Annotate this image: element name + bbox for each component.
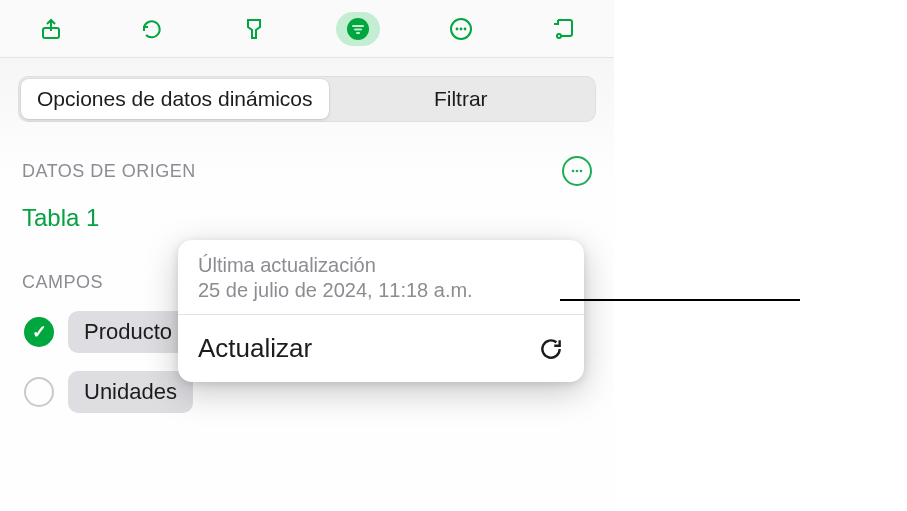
share-icon[interactable] <box>31 9 71 49</box>
more-icon[interactable] <box>441 9 481 49</box>
popover-title: Última actualización <box>198 254 564 277</box>
source-table-name[interactable]: Tabla 1 <box>18 204 596 232</box>
refresh-icon <box>538 336 564 362</box>
svg-point-6 <box>456 27 459 30</box>
svg-point-7 <box>460 27 463 30</box>
field-checkbox-producto[interactable] <box>24 317 54 347</box>
tab-pivot-options[interactable]: Opciones de datos dinámicos <box>21 79 329 119</box>
refresh-popover: Última actualización 25 de julio de 2024… <box>178 240 584 382</box>
organize-panel: Opciones de datos dinámicos Filtrar DATO… <box>0 58 614 511</box>
tab-filter[interactable]: Filtrar <box>329 79 594 119</box>
svg-point-10 <box>558 35 560 37</box>
segmented-control: Opciones de datos dinámicos Filtrar <box>18 76 596 122</box>
svg-point-8 <box>464 27 467 30</box>
callout-line <box>560 299 800 301</box>
field-chip[interactable]: Producto <box>68 311 188 353</box>
source-options-button[interactable] <box>562 156 592 186</box>
organize-icon[interactable] <box>336 12 380 46</box>
popover-timestamp: 25 de julio de 2024, 11:18 a.m. <box>198 279 564 302</box>
svg-point-11 <box>572 170 575 173</box>
refresh-button[interactable]: Actualizar <box>178 315 584 382</box>
undo-icon[interactable] <box>132 9 172 49</box>
app-panel: Opciones de datos dinámicos Filtrar DATO… <box>0 0 614 511</box>
svg-rect-2 <box>352 25 364 27</box>
svg-point-13 <box>580 170 583 173</box>
toolbar <box>0 0 614 58</box>
svg-point-12 <box>576 170 579 173</box>
field-chip[interactable]: Unidades <box>68 371 193 413</box>
svg-rect-4 <box>356 32 360 34</box>
pivot-activity-icon[interactable] <box>543 9 583 49</box>
format-brush-icon[interactable] <box>234 9 274 49</box>
source-section-title: DATOS DE ORIGEN <box>22 161 196 182</box>
field-checkbox-unidades[interactable] <box>24 377 54 407</box>
refresh-label: Actualizar <box>198 333 312 364</box>
svg-rect-3 <box>354 28 362 30</box>
